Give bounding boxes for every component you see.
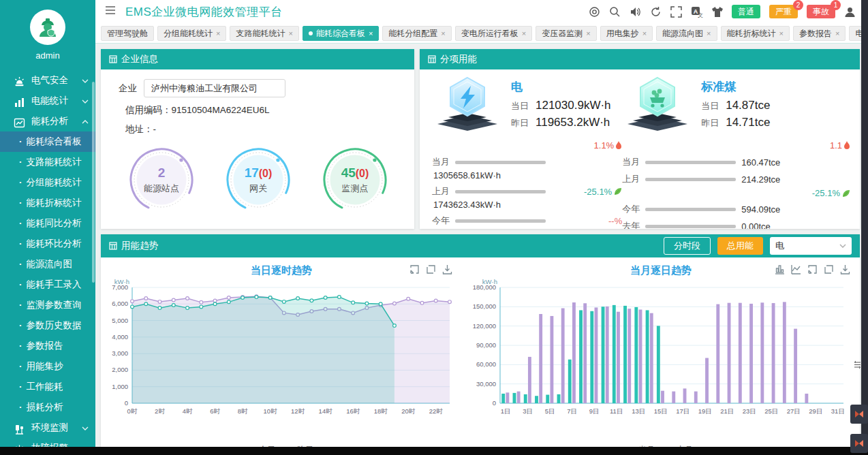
sidebar-item-电气安全[interactable]: 电气安全 (0, 70, 95, 91)
address: 地址：- (125, 123, 401, 136)
change-indicator: -25.1% (584, 187, 622, 197)
sidebar-item-环境监测[interactable]: 环境监测 (0, 418, 95, 438)
download-icon[interactable] (442, 264, 452, 274)
analysis-icon (14, 116, 25, 127)
tab-label: 能耗分组配置 (388, 27, 437, 40)
sidebar-subitem-工作能耗[interactable]: 工作能耗 (0, 377, 95, 397)
svg-text:16时: 16时 (346, 407, 360, 415)
bar-当月-day10 (602, 307, 605, 403)
tab-用电集抄[interactable]: 用电集抄× (600, 26, 653, 41)
tab-close-icon[interactable]: × (835, 27, 839, 40)
bar-label: 当月 (432, 156, 455, 168)
bar-上月-day2 (517, 392, 521, 403)
tab-label: 分组能耗统计 (164, 27, 213, 40)
restore-icon[interactable] (426, 264, 436, 274)
svg-text:3日: 3日 (523, 407, 533, 415)
user-icon[interactable] (844, 6, 856, 18)
data-zoom-icon[interactable] (807, 264, 818, 274)
adjust-handle-icon[interactable] (853, 360, 862, 372)
avatar[interactable] (30, 10, 65, 45)
chevron-down-icon (839, 244, 846, 248)
restore-icon[interactable] (824, 264, 834, 274)
search-icon[interactable] (609, 6, 621, 18)
sidebar-subitem-能耗折标统计[interactable]: 能耗折标统计 (0, 193, 95, 213)
download-icon[interactable] (840, 264, 850, 274)
bar-label: 今年 (622, 203, 645, 215)
sidebar-subitem-参数报告[interactable]: 参数报告 (0, 336, 95, 356)
data-zoom-icon[interactable] (409, 264, 420, 274)
tab-close-icon[interactable]: × (586, 27, 590, 40)
period-button[interactable]: 分时段 (664, 237, 711, 255)
progress-track (455, 190, 546, 193)
app-title: EMS企业微电网能效管理平台 (125, 4, 283, 20)
sidebar-subitem-分组能耗统计[interactable]: 分组能耗统计 (0, 172, 95, 193)
enterprise-info-panel: 企业信息 企业 信用编码：91510504MA6224EU6L 地址：- 2能源… (101, 49, 414, 229)
chart-toolbar (775, 264, 850, 274)
electric-hex-icon (432, 76, 503, 139)
bar-上月-day28 (805, 394, 808, 403)
line-type-icon[interactable] (791, 264, 801, 274)
window-edge (861, 0, 868, 455)
status-badge-accident[interactable]: 事故1 (807, 5, 835, 18)
tab-参数报告[interactable]: 参数报告× (793, 26, 846, 41)
bar-上月-day14 (650, 313, 653, 403)
tab-变电所运行看板[interactable]: 变电所运行看板× (455, 26, 532, 41)
svg-text:15日: 15日 (654, 407, 668, 415)
svg-text:150,000: 150,000 (473, 302, 496, 310)
status-badge-severe[interactable]: 严重2 (769, 5, 798, 18)
svg-text:25日: 25日 (764, 407, 778, 415)
company-name-input[interactable] (144, 79, 285, 97)
theme-icon[interactable] (711, 6, 723, 18)
tab-能源流向图[interactable]: 能源流向图× (656, 26, 717, 41)
bar-上月-day9 (595, 307, 598, 403)
chevron-down-icon (82, 70, 89, 91)
sidebar-scrollbar[interactable] (92, 82, 95, 283)
tab-close-icon[interactable]: × (522, 27, 526, 40)
fullscreen-icon[interactable] (670, 6, 682, 18)
bar-type-icon[interactable] (775, 264, 785, 274)
stat-ring-能源站点: 2能源站点 (128, 146, 195, 213)
bar-上月-day11 (617, 312, 620, 403)
sidebar-subitem-能耗综合看板[interactable]: 能耗综合看板 (0, 131, 95, 152)
sidebar-subitem-能耗手工录入[interactable]: 能耗手工录入 (0, 274, 95, 295)
translate-icon[interactable]: A文 (691, 6, 702, 18)
tab-close-icon[interactable]: × (369, 27, 373, 40)
sidebar-subitem-能耗同比分析[interactable]: 能耗同比分析 (0, 213, 95, 234)
sidebar-item-能耗分析[interactable]: 能耗分析 (0, 111, 95, 131)
total-energy-button[interactable]: 总用能 (717, 237, 763, 255)
svg-text:2时: 2时 (155, 407, 165, 415)
tab-close-icon[interactable]: × (642, 27, 647, 40)
tab-close-icon[interactable]: × (441, 27, 445, 40)
energy-type-select[interactable]: 电 (770, 237, 852, 255)
tab-变压器监测[interactable]: 变压器监测× (536, 26, 596, 41)
tab-close-icon[interactable]: × (216, 27, 220, 40)
tab-能耗分组配置[interactable]: 能耗分组配置× (382, 26, 451, 41)
env-monitor-icon (14, 422, 25, 434)
sidebar-subitem-能源流向图[interactable]: 能源流向图 (0, 254, 95, 274)
tab-支路能耗统计[interactable]: 支路能耗统计× (230, 26, 298, 41)
tab-close-icon[interactable]: × (779, 27, 784, 40)
tab-能耗折标统计[interactable]: 能耗折标统计× (721, 26, 790, 41)
status-badge-normal[interactable]: 普通 (732, 5, 760, 18)
volume-icon[interactable] (630, 6, 641, 18)
collapse-toggle-button[interactable] (850, 405, 868, 424)
panel-grid-icon (428, 55, 436, 63)
tab-分组能耗统计[interactable]: 分组能耗统计× (157, 26, 226, 41)
sidebar-subitem-支路能耗统计[interactable]: 支路能耗统计 (0, 152, 95, 172)
sidebar-subitem-监测参数查询[interactable]: 监测参数查询 (0, 295, 95, 315)
tab-能耗综合看板[interactable]: 能耗综合看板× (303, 26, 379, 41)
target-icon[interactable] (589, 6, 600, 18)
refresh-icon[interactable] (650, 6, 662, 18)
sidebar-subitem-用能集抄[interactable]: 用能集抄 (0, 356, 95, 377)
sidebar-subitem-损耗分析[interactable]: 损耗分析 (0, 397, 95, 418)
menu-toggle-icon[interactable] (105, 5, 116, 18)
tab-close-icon[interactable]: × (288, 27, 292, 40)
collapse-toggle-button[interactable] (850, 434, 868, 453)
sidebar-subitem-参数历史数据[interactable]: 参数历史数据 (0, 315, 95, 336)
sidebar-item-电能统计[interactable]: 电能统计 (0, 91, 95, 111)
sidebar-subitem-能耗环比分析[interactable]: 能耗环比分析 (0, 234, 95, 254)
tab-管理驾驶舱[interactable]: 管理驾驶舱 (101, 26, 154, 41)
svg-text:29日: 29日 (809, 407, 822, 415)
chevron-down-icon (82, 418, 89, 438)
tab-close-icon[interactable]: × (707, 27, 711, 40)
